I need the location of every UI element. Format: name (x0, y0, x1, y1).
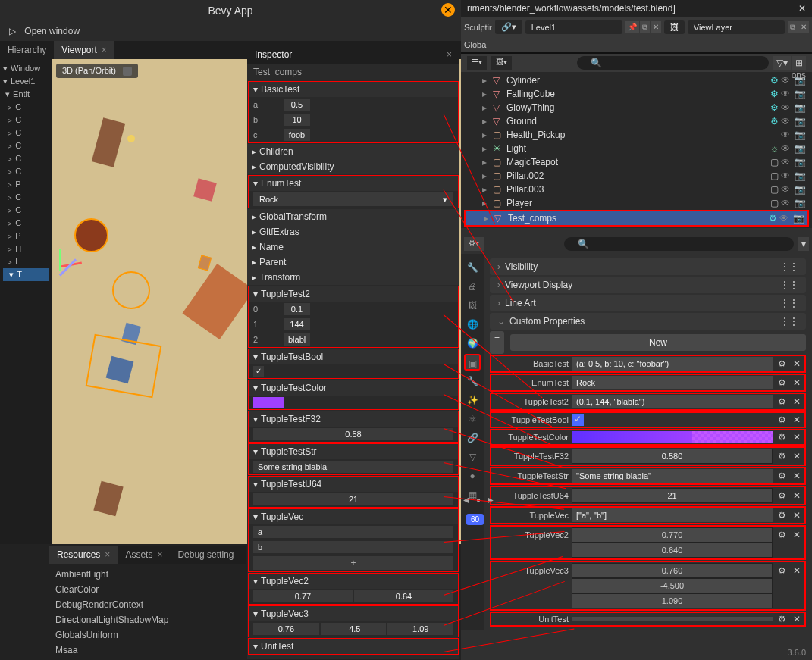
component-header[interactable]: ▾TuppleTestColor (249, 380, 458, 396)
gear-icon[interactable]: ⚙ (776, 451, 788, 461)
eye-icon[interactable]: 👁 (781, 143, 790, 154)
camera-icon[interactable]: 📷 (795, 102, 806, 113)
gear-icon[interactable]: ⚙ (776, 530, 788, 540)
hierarchy-item[interactable]: ▹C (3, 139, 49, 152)
enum-dropdown[interactable]: Rock▾ (253, 192, 453, 206)
hierarchy-item[interactable]: ▾Entit (3, 88, 49, 101)
checkbox-icon[interactable] (123, 67, 132, 76)
eye-icon[interactable]: 👁 (781, 184, 790, 195)
prop-value[interactable]: 21 (572, 488, 773, 503)
hierarchy-item[interactable]: ▹C (3, 165, 49, 178)
panel-visibility[interactable]: ›Visibility⋮⋮ (490, 258, 806, 275)
eye-icon[interactable]: 👁 (781, 102, 790, 113)
close-icon[interactable]: ✕ (791, 510, 803, 521)
tab-viewport[interactable]: Viewport× (54, 41, 114, 59)
camera-icon[interactable]: 📷 (795, 157, 806, 167)
prop-value[interactable]: 0.640 (572, 543, 773, 558)
scene-tab-icon[interactable]: 🌐 (464, 316, 481, 333)
outliner-row[interactable]: ▸☀Light☼👁📷 (464, 142, 809, 155)
filter-icon[interactable]: ▽▾ (773, 56, 791, 70)
hierarchy-item[interactable]: ▹C (3, 101, 49, 114)
camera-icon[interactable]: 📷 (795, 116, 806, 127)
component-header[interactable]: ▾TuppleVec2 (249, 574, 458, 589)
hierarchy-item[interactable]: ▹P (3, 178, 49, 191)
play-icon[interactable]: ● (473, 496, 484, 506)
hierarchy-item[interactable]: ▹H (3, 242, 49, 255)
prop-value[interactable]: 1.090 (572, 593, 773, 608)
color-swatch[interactable] (572, 431, 773, 443)
camera-icon[interactable]: 📷 (795, 130, 806, 140)
close-icon[interactable]: ✕ (791, 396, 803, 407)
resource-item[interactable]: GlobalsUniform (55, 627, 240, 643)
camera-icon[interactable]: 📷 (795, 170, 806, 181)
close-icon[interactable]: ✕ (791, 414, 803, 425)
close-icon[interactable]: × (102, 45, 107, 55)
panel-options-icon[interactable]: ⋮⋮ (780, 298, 798, 308)
viewport-mode-badge[interactable]: 3D (Pan/Orbit) (56, 64, 138, 78)
display-mode-dropdown[interactable]: 🖼▾ (491, 56, 512, 70)
copy-icon[interactable]: ⧉ (640, 21, 650, 33)
outliner-row[interactable]: ▸▽GlowyThing⚙👁📷 (464, 101, 809, 114)
eye-icon[interactable]: 👁 (781, 75, 790, 86)
prop-value[interactable]: (0.1, 144, "blabla") (572, 395, 773, 408)
frame-indicator[interactable]: 60 (466, 514, 484, 524)
close-icon[interactable]: ✕ (651, 21, 661, 33)
checkbox[interactable]: ✓ (253, 366, 264, 377)
outliner-row[interactable]: ▸▢Player▢👁📷 (464, 196, 809, 210)
next-keyframe-icon[interactable]: ▶ (485, 496, 496, 506)
close-icon[interactable]: ✕ (791, 358, 803, 369)
add-icon[interactable]: + (490, 331, 504, 354)
gear-icon[interactable]: ⚙ (776, 510, 788, 521)
component-header[interactable]: ▸ComputedVisibility (247, 159, 459, 174)
gear-icon[interactable]: ⚙ (776, 471, 788, 481)
field-value[interactable]: 0.1 (284, 303, 310, 315)
hierarchy-item[interactable]: ▾Window (3, 62, 49, 75)
gear-icon[interactable]: ⚙ (776, 377, 788, 388)
data-tab-icon[interactable]: ▽ (464, 449, 481, 465)
prop-value[interactable] (572, 617, 773, 621)
close-icon[interactable]: ✕ (791, 451, 803, 461)
close-icon[interactable]: ✕ (798, 3, 806, 14)
field-value[interactable]: blabl (284, 333, 310, 346)
new-collection-icon[interactable]: ⊞ (792, 56, 806, 70)
camera-icon[interactable]: 📷 (793, 213, 804, 224)
component-header[interactable]: ▾UnitTest (249, 639, 458, 654)
hierarchy-item[interactable]: ▹C (3, 127, 49, 139)
tab-hierarchy[interactable]: Hierarchy (0, 41, 54, 59)
hierarchy-item[interactable]: ▹P (3, 230, 49, 242)
close-icon[interactable]: ✕ (798, 21, 809, 33)
outliner-row[interactable]: ▸▢Pillar.002▢👁📷 (464, 169, 809, 183)
component-header[interactable]: ▾TuppleTest2 (249, 286, 458, 302)
eye-icon[interactable]: 👁 (779, 213, 788, 224)
field-value[interactable]: 0.5 (284, 99, 310, 111)
add-button[interactable]: + (253, 556, 453, 570)
resource-item[interactable]: DebugRenderContext (55, 597, 240, 612)
color-swatch[interactable] (253, 397, 284, 408)
panel-viewport-display[interactable]: ›Viewport Display⋮⋮ (490, 277, 806, 293)
gear-icon[interactable]: ⚙ (776, 614, 788, 624)
component-header[interactable]: ▾BasicTest (249, 82, 458, 97)
resource-item[interactable]: AmbientLight (55, 567, 240, 582)
eye-icon[interactable]: 👁 (781, 130, 790, 140)
field-value[interactable]: 10 (284, 114, 310, 126)
modifier-tab-icon[interactable]: 🔧 (464, 373, 481, 389)
component-header[interactable]: ▾TuppleVec3 (249, 606, 458, 621)
outliner-row[interactable]: ▸▢MagicTeapot▢👁📷 (464, 155, 809, 169)
close-icon[interactable]: × (105, 549, 110, 560)
outliner-row[interactable]: ▸▢Health_Pickup👁📷 (464, 128, 809, 142)
search-input[interactable]: 🔍 (577, 56, 769, 70)
new-button[interactable]: New (510, 334, 806, 351)
open-window-menu[interactable]: Open window (24, 26, 80, 36)
camera-icon[interactable]: 📷 (795, 184, 806, 195)
pin-icon[interactable]: 📌 (625, 21, 639, 33)
hierarchy-item[interactable]: ▹L (3, 255, 49, 268)
gear-icon[interactable]: ⚙ (776, 358, 788, 369)
prop-value[interactable]: 0.580 (572, 449, 773, 464)
field-value[interactable]: 1.09 (387, 623, 453, 635)
workspace-sculpt[interactable]: Sculptir (464, 23, 492, 32)
world-tab-icon[interactable]: 🌍 (464, 335, 481, 352)
editor-type-dropdown[interactable]: ☰▾ (467, 56, 487, 70)
hierarchy-item[interactable]: ▹C (3, 204, 49, 217)
component-header[interactable]: ▾TuppleVec (249, 509, 458, 524)
tab-resources[interactable]: Resources× (49, 546, 118, 564)
